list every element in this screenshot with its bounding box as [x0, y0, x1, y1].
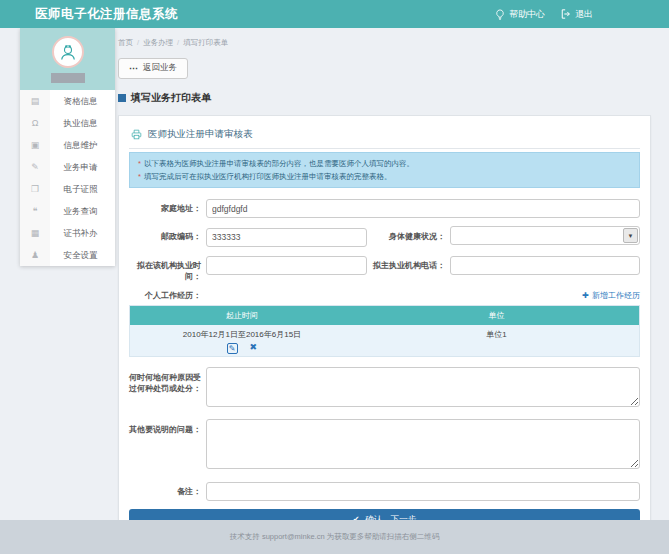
- edit-square-icon: ✎: [20, 156, 50, 178]
- notice-line: 以下表格为医师执业注册申请审核表的部分内容，也是需要医师个人填写的内容。: [138, 157, 631, 170]
- remarks-input[interactable]: [206, 482, 640, 501]
- footer-text: 技术支持 support@minke.cn 为获取更多帮助请扫描右侧二维码: [230, 532, 439, 542]
- work-experience-table: 起止时间 单位 2010年12月1日至2016年6月15日 ✎ ✖: [129, 305, 640, 357]
- sidebar-item-practice-info[interactable]: Ω 执业信息: [20, 112, 115, 134]
- work-experience-row: 个人工作经历： ✚ 新增工作经历: [129, 290, 640, 301]
- period-value: 2010年12月1日至2016年6月15日: [130, 329, 354, 340]
- sidebar-item-info-maintenance[interactable]: ▣ 信息维护: [20, 134, 115, 156]
- back-to-business-button[interactable]: ⋯ 返回业务: [118, 58, 188, 79]
- health-status-select[interactable]: ▼: [450, 226, 640, 245]
- breadcrumb-home[interactable]: 首页: [118, 38, 133, 47]
- column-header-period: 起止时间: [130, 305, 354, 325]
- plus-icon: ✚: [582, 291, 589, 300]
- delete-row-button[interactable]: ✖: [250, 343, 258, 354]
- institution-phone-label: 拟主执业机构电话：: [367, 255, 445, 271]
- user-name-redacted: [51, 73, 85, 83]
- health-status-label: 身体健康状况：: [367, 226, 445, 242]
- health-status-value: [451, 227, 622, 244]
- dropdown-arrow-icon[interactable]: ▼: [623, 228, 638, 243]
- certificate-icon: ❐: [20, 178, 50, 200]
- home-address-input[interactable]: [206, 199, 640, 218]
- form-title-bar: 医师执业注册申请审核表: [129, 126, 640, 149]
- practice-time-label: 拟在该机构执业时间：: [129, 255, 201, 282]
- breadcrumb-business[interactable]: 业务办理: [143, 38, 173, 47]
- breadcrumb-current: 填写打印表单: [183, 38, 228, 47]
- practice-time-input[interactable]: [206, 256, 367, 275]
- row-actions: ✎ ✖: [130, 343, 354, 354]
- breadcrumb-separator: [133, 38, 143, 47]
- cell-unit: 单位1: [354, 325, 640, 357]
- table-row: 2010年12月1日至2016年6月15日 ✎ ✖ 单位1: [130, 325, 640, 357]
- notice-line: 填写完成后可在拟执业医疗机构打印医师执业注册申请审核表的完整表格。: [138, 170, 631, 183]
- sidebar-item-business-query[interactable]: ❝ 业务查询: [20, 200, 115, 222]
- headset-icon: Ω: [20, 112, 50, 134]
- avatar: [52, 36, 84, 68]
- profile-card: [20, 28, 115, 90]
- page-title: 填写业务打印表单: [118, 91, 651, 105]
- other-issues-textarea[interactable]: [206, 419, 640, 469]
- sidebar-item-business-application[interactable]: ✎ 业务申请: [20, 156, 115, 178]
- app-window: 医师电子化注册信息系统 帮助中心 退出: [0, 0, 669, 554]
- main-content: 首页业务办理填写打印表单 ⋯ 返回业务 填写业务打印表单 医师执业注册申请审核表: [118, 28, 651, 520]
- sidebar-item-security-settings[interactable]: ♟ 安全设置: [20, 244, 115, 266]
- column-header-unit: 单位: [354, 305, 640, 325]
- logout-icon: [561, 9, 571, 19]
- help-center-link[interactable]: 帮助中心: [495, 8, 545, 21]
- form-title: 医师执业注册申请审核表: [148, 128, 253, 141]
- sidebar-item-qualification-info[interactable]: ▤ 资格信息: [20, 90, 115, 112]
- sidebar-item-electronic-certificate[interactable]: ❐ 电子证照: [20, 178, 115, 200]
- header-actions: 帮助中心 退出: [495, 8, 593, 21]
- notice-box: 以下表格为医师执业注册申请审核表的部分内容，也是需要医师个人填写的内容。 填写完…: [129, 152, 640, 188]
- doctor-icon: [58, 42, 78, 62]
- time-phone-row: 拟在该机构执业时间： 拟主执业机构电话：: [129, 255, 640, 282]
- punishment-label: 何时何地何种原因受过何种处罚或处分：: [129, 367, 201, 394]
- punishment-textarea[interactable]: [206, 367, 640, 407]
- confirm-next-button[interactable]: ✔ 确认，下一步: [129, 509, 640, 520]
- add-work-experience-link[interactable]: ✚ 新增工作经历: [582, 290, 640, 301]
- remarks-row: 备注：: [129, 481, 640, 502]
- help-center-label: 帮助中心: [509, 8, 545, 21]
- sidebar: ▤ 资格信息 Ω 执业信息 ▣ 信息维护 ✎ 业务申请 ❐ 电子证照: [20, 28, 115, 266]
- sidebar-menu: ▤ 资格信息 Ω 执业信息 ▣ 信息维护 ✎ 业务申请 ❐ 电子证照: [20, 90, 115, 266]
- chat-icon: ❝: [20, 200, 50, 222]
- postal-code-input[interactable]: [206, 228, 367, 247]
- edit-row-button[interactable]: ✎: [227, 343, 238, 354]
- home-address-label: 家庭地址：: [129, 198, 201, 214]
- form-panel: 医师执业注册申请审核表 以下表格为医师执业注册申请审核表的部分内容，也是需要医师…: [118, 115, 651, 521]
- home-address-row: 家庭地址：: [129, 198, 640, 219]
- help-bulb-icon: [495, 9, 505, 20]
- breadcrumb-separator: [173, 38, 183, 47]
- cell-period: 2010年12月1日至2016年6月15日 ✎ ✖: [130, 325, 354, 357]
- section-marker-icon: [118, 94, 126, 102]
- sidebar-item-certificate-reissue[interactable]: ▦ 证书补办: [20, 222, 115, 244]
- breadcrumb: 首页业务办理填写打印表单: [118, 38, 651, 48]
- other-issues-row: 其他要说明的问题：: [129, 419, 640, 473]
- ellipsis-icon: ⋯: [129, 65, 138, 71]
- punishment-row: 何时何地何种原因受过何种处罚或处分：: [129, 367, 640, 411]
- institution-phone-input[interactable]: [450, 256, 640, 275]
- logout-label: 退出: [575, 8, 593, 21]
- postal-code-label: 邮政编码：: [129, 226, 201, 242]
- clipboard-icon: ▦: [20, 222, 50, 244]
- remarks-label: 备注：: [129, 481, 201, 497]
- document-icon: ▤: [20, 90, 50, 112]
- logout-link[interactable]: 退出: [561, 8, 593, 21]
- back-button-label: 返回业务: [143, 62, 177, 74]
- other-issues-label: 其他要说明的问题：: [129, 419, 201, 435]
- person-icon: ♟: [20, 244, 50, 266]
- app-header: 医师电子化注册信息系统 帮助中心 退出: [0, 0, 669, 28]
- app-title: 医师电子化注册信息系统: [35, 6, 178, 23]
- postal-health-row: 邮政编码： 身体健康状况： ▼: [129, 226, 640, 247]
- work-experience-label: 个人工作经历：: [129, 290, 201, 301]
- table-header-row: 起止时间 单位: [130, 305, 640, 325]
- id-card-icon: ▣: [20, 134, 50, 156]
- page-body: ▤ 资格信息 Ω 执业信息 ▣ 信息维护 ✎ 业务申请 ❐ 电子证照: [0, 28, 669, 520]
- printer-icon: [131, 129, 142, 140]
- footer: 技术支持 support@minke.cn 为获取更多帮助请扫描右侧二维码: [0, 520, 669, 554]
- add-work-experience-label: 新增工作经历: [592, 290, 640, 301]
